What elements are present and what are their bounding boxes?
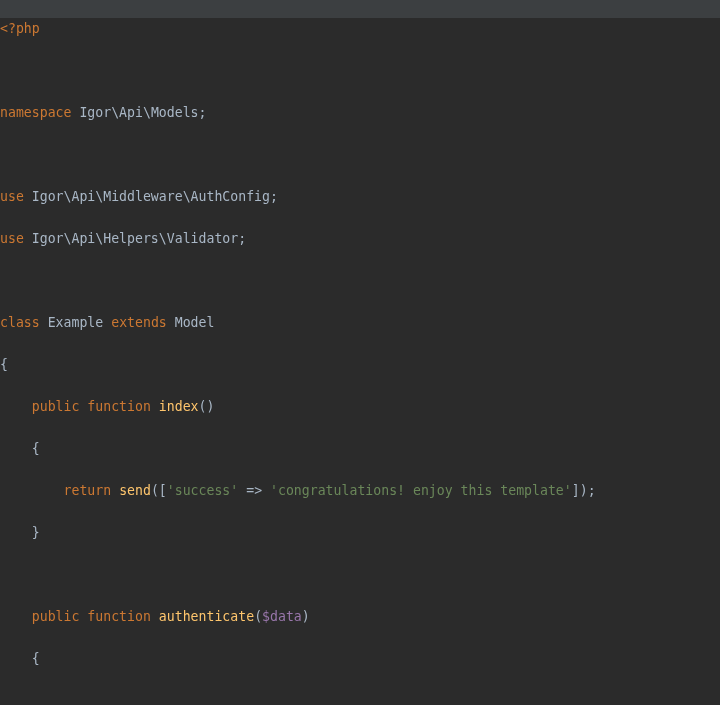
code-line: public function index() — [0, 396, 720, 417]
keyword-function: function — [87, 399, 151, 414]
code-line — [0, 60, 720, 81]
code-line: public function authenticate($data) — [0, 606, 720, 627]
keyword-extends: extends — [111, 315, 167, 330]
keyword-return: return — [64, 483, 112, 498]
php-open-tag: <?php — [0, 21, 40, 36]
var-data: $data — [262, 609, 302, 624]
call-send: send — [119, 483, 151, 498]
code-line — [0, 144, 720, 165]
method-name-authenticate: authenticate — [159, 609, 254, 624]
code-line: class Example extends Model — [0, 312, 720, 333]
code-line: { — [0, 648, 720, 669]
use-path: Igor\Api\Helpers\Validator — [32, 231, 238, 246]
code-line — [0, 690, 720, 705]
code-line: return send(['success' => 'congratulatio… — [0, 480, 720, 501]
keyword-use: use — [0, 189, 24, 204]
code-line: } — [0, 522, 720, 543]
code-line: <?php — [0, 18, 720, 39]
code-line — [0, 564, 720, 585]
keyword-function: function — [87, 609, 151, 624]
code-line: namespace Igor\Api\Models; — [0, 102, 720, 123]
string-success: 'success' — [167, 483, 238, 498]
keyword-class: class — [0, 315, 40, 330]
parent-class: Model — [175, 315, 215, 330]
code-line: { — [0, 438, 720, 459]
keyword-public: public — [32, 399, 80, 414]
keyword-namespace: namespace — [0, 105, 71, 120]
code-line: { — [0, 354, 720, 375]
code-line: use Igor\Api\Middleware\AuthConfig; — [0, 186, 720, 207]
keyword-use: use — [0, 231, 24, 246]
code-line — [0, 270, 720, 291]
string-congrats: 'congratulations! enjoy this template' — [270, 483, 572, 498]
code-editor[interactable]: <?php namespace Igor\Api\Models; use Igo… — [0, 18, 720, 705]
method-name-index: index — [159, 399, 199, 414]
namespace-path: Igor\Api\Models — [79, 105, 198, 120]
keyword-public: public — [32, 609, 80, 624]
editor-top-bar — [0, 0, 720, 18]
class-name: Example — [48, 315, 104, 330]
code-line: use Igor\Api\Helpers\Validator; — [0, 228, 720, 249]
use-path: Igor\Api\Middleware\AuthConfig — [32, 189, 270, 204]
